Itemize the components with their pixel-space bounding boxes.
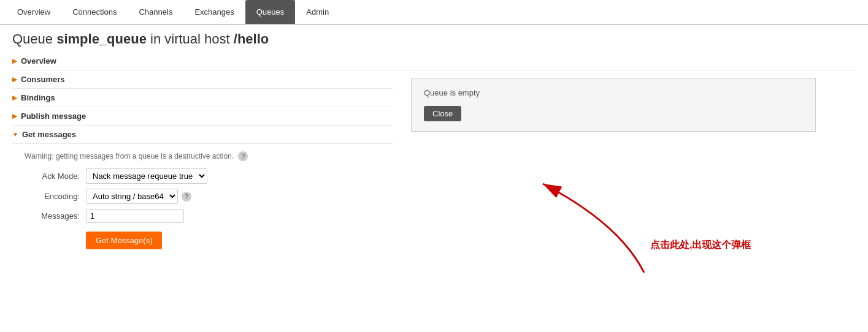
page-content: Queue simple_queue in virtual host /hell… — [0, 25, 868, 303]
popup-box: Queue is empty Close — [411, 78, 816, 132]
divider-2 — [12, 88, 393, 89]
warning-message: Warning: getting messages from a queue i… — [25, 152, 234, 160]
annotation-text: 点击此处,出现这个弹框 — [650, 239, 751, 252]
overview-arrow-icon — [12, 58, 17, 64]
virtual-host: /hello — [234, 31, 269, 47]
annotation-arrow-svg — [411, 126, 816, 297]
nav-bar: Overview Connections Channels Exchanges … — [0, 0, 868, 25]
title-middle: in virtual host — [150, 31, 234, 47]
left-panel: Consumers Bindings Publish message — [12, 72, 393, 255]
get-messages-content: Warning: getting messages from a queue i… — [12, 145, 393, 255]
consumers-label: Consumers — [21, 75, 65, 84]
divider-4 — [12, 125, 393, 126]
ack-mode-select[interactable]: Nack message requeue true Ack message re… — [86, 168, 207, 184]
queue-name: simple_queue — [56, 31, 147, 47]
close-button[interactable]: Close — [424, 106, 461, 121]
divider-5 — [12, 143, 393, 144]
divider-1 — [12, 70, 856, 70]
bindings-arrow-icon — [12, 94, 17, 101]
section-publish-message[interactable]: Publish message — [12, 108, 393, 124]
ack-mode-label: Ack Mode: — [25, 172, 80, 181]
encoding-row: Encoding: Auto string / base64 base64 ? — [25, 189, 393, 204]
section-bindings[interactable]: Bindings — [12, 90, 393, 105]
section-overview[interactable]: Overview — [12, 53, 856, 69]
ack-mode-row: Ack Mode: Nack message requeue true Ack … — [25, 168, 393, 184]
two-col-layout: Consumers Bindings Publish message — [12, 72, 856, 297]
annotation-container: 点击此处,出现这个弹框 — [411, 126, 816, 297]
get-messages-label: Get messages — [22, 130, 76, 139]
messages-input[interactable] — [86, 209, 184, 223]
tab-exchanges[interactable]: Exchanges — [183, 0, 245, 24]
warning-text: Warning: getting messages from a queue i… — [25, 151, 393, 161]
page-title: Queue simple_queue in virtual host /hell… — [12, 31, 856, 47]
encoding-select[interactable]: Auto string / base64 base64 — [86, 189, 178, 204]
encoding-label: Encoding: — [25, 192, 80, 201]
section-consumers[interactable]: Consumers — [12, 72, 393, 87]
publish-message-label: Publish message — [21, 111, 86, 121]
tab-overview[interactable]: Overview — [6, 0, 61, 24]
tab-queues[interactable]: Queues — [245, 0, 296, 24]
get-messages-button[interactable]: Get Message(s) — [86, 232, 162, 249]
get-messages-arrow-icon — [12, 131, 18, 138]
tab-admin[interactable]: Admin — [295, 0, 340, 24]
bindings-label: Bindings — [21, 93, 55, 102]
section-get-messages[interactable]: Get messages — [12, 127, 393, 142]
encoding-help-badge[interactable]: ? — [182, 192, 191, 202]
main-wrapper: Consumers Bindings Publish message — [12, 72, 856, 297]
messages-row: Messages: — [25, 209, 393, 223]
overview-label: Overview — [21, 56, 56, 66]
tab-channels[interactable]: Channels — [128, 0, 183, 24]
messages-label: Messages: — [25, 211, 80, 221]
divider-3 — [12, 107, 393, 107]
title-prefix: Queue — [12, 31, 53, 47]
warning-help-badge[interactable]: ? — [238, 151, 248, 161]
publish-message-arrow-icon — [12, 113, 17, 119]
tab-connections[interactable]: Connections — [61, 0, 128, 24]
popup-message: Queue is empty — [424, 88, 803, 97]
consumers-arrow-icon — [12, 76, 17, 83]
right-area: Queue is empty Close — [411, 72, 856, 297]
